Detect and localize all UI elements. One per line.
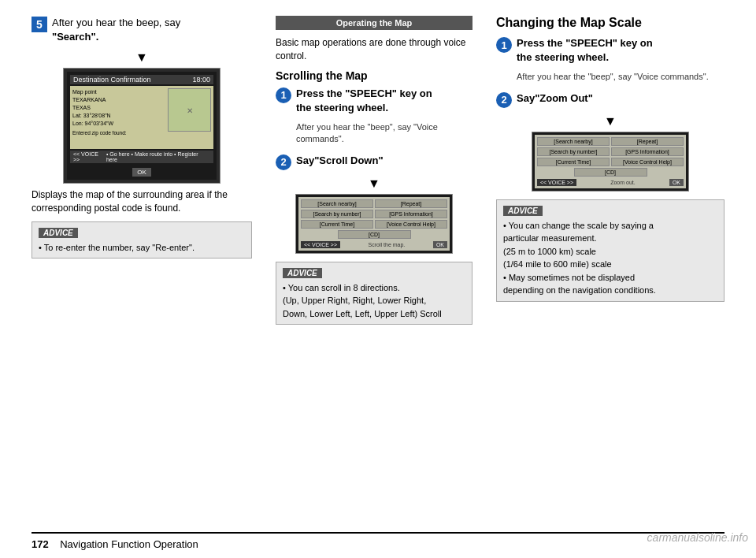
voice-label-left: << VOICE >> (73, 151, 106, 162)
screen-body-left: Map point TEXARKANA TEXAS Lat: 33°28'08"… (70, 86, 213, 149)
step5-block: 5 After you hear the beep, say "Search".… (32, 16, 252, 259)
page-footer: 172 Navigation Function Operation (32, 532, 724, 550)
middle-advice-title: ADVICE (283, 268, 322, 278)
scroll-screen-body: [Search nearby] [Repeat] [Search by numb… (298, 197, 450, 251)
scrolling-heading: Scrolling the Map (276, 69, 472, 82)
zoom-label: Zoom out. (576, 180, 669, 185)
zoom-bottom: << VOICE >> Zoom out. OK (537, 179, 684, 186)
middle-step2-header: 2 Say"Scroll Down" (276, 154, 472, 170)
page-content: 5 After you hear the beep, say "Search".… (0, 0, 756, 558)
right-step2-number: 2 (496, 92, 512, 108)
ok-button: OK (132, 168, 151, 177)
entered-text: Entered zip code found: (72, 129, 127, 136)
zoom-cell-6: [Voice Control Help] (611, 158, 684, 166)
map-area: ✕ (168, 88, 211, 132)
zoom-cell-4: [GPS Information] (611, 147, 684, 156)
lon-row: Lon: 94°03'34"W (72, 120, 127, 128)
scroll-cell-1: [Search nearby] (301, 199, 373, 208)
page-number-area: 172 Navigation Function Operation (32, 538, 198, 550)
middle-step1-after: After you hear the "beep", say "Voice co… (296, 121, 472, 146)
middle-step1-header: 1 Press the "SPEECH" key on the steering… (276, 87, 472, 115)
screen-options: • Go here • Make route into • Register h… (106, 151, 210, 162)
scroll-voice-btn: << VOICE >> (301, 241, 340, 248)
ok-area: OK (70, 165, 213, 177)
screen-header-left: Destination Confirmation 18:00 (70, 75, 213, 84)
scroll-label: Scroll the map. (369, 242, 406, 247)
right-step1-block: 1 Press the "SPEECH" key on the steering… (496, 36, 724, 84)
right-step1-after: After you hear the "beep", say "Voice co… (517, 71, 724, 83)
right-step1-header: 1 Press the "SPEECH" key on the steering… (496, 36, 724, 65)
zoom-cell-3: [Search by number] (537, 147, 610, 156)
scroll-ok-btn: OK (433, 241, 447, 248)
lat-row: Lat: 33°28'08"N (72, 112, 127, 120)
screen-header-time: 18:00 (192, 76, 210, 84)
zoom-cell-2: [Repeat] (611, 137, 684, 146)
middle-step1-block: 1 Press the "SPEECH" key on the steering… (276, 87, 472, 146)
scroll-screen: [Search nearby] [Repeat] [Search by numb… (295, 194, 453, 254)
watermark: carmanualsoline.info (647, 531, 748, 544)
scroll-bottom: << VOICE >> Scroll the map. OK (301, 241, 447, 248)
screen-bottom-bar: << VOICE >> • Go here • Make route into … (70, 151, 213, 163)
middle-column: Operating the Map Basic map operations a… (276, 16, 472, 532)
scroll-grid: [Search nearby] [Repeat] [Search by numb… (301, 199, 447, 229)
left-advice-text: • To re-enter the number, say "Re-enter"… (39, 241, 245, 255)
middle-advice-box: ADVICE • You can scroll in 8 directions.… (276, 262, 472, 326)
screen-row-left: Map point TEXARKANA TEXAS Lat: 33°28'08"… (72, 88, 211, 136)
left-advice-box: ADVICE • To re-enter the number, say "Re… (32, 221, 252, 259)
middle-intro: Basic map operations are done through vo… (276, 36, 472, 63)
city-label: TEXARKANA (72, 96, 127, 104)
left-column: 5 After you hear the beep, say "Search".… (32, 16, 252, 532)
map-point-label: Map point (72, 88, 127, 96)
middle-step1-number: 1 (276, 87, 291, 103)
main-columns: 5 After you hear the beep, say "Search".… (32, 16, 724, 532)
left-screen: Destination Confirmation 18:00 Map point… (63, 68, 220, 184)
screen-inner-left: Destination Confirmation 18:00 Map point… (67, 72, 217, 180)
right-advice-text: • You can change the scale by saying a p… (503, 219, 717, 297)
arrow-down-left: ▼ (32, 50, 252, 65)
right-step2-block: 2 Say"Zoom Out" ▼ [Search nearby] [Repea… (496, 91, 724, 192)
left-desc: Displays the map of the surrounding area… (32, 188, 252, 215)
zoom-screen-body: [Search nearby] [Repeat] [Search by numb… (535, 135, 686, 188)
scroll-cell-5: [Current Time] (301, 220, 373, 229)
zoom-grid: [Search nearby] [Repeat] [Search by numb… (537, 137, 684, 166)
middle-step2-text: Say"Scroll Down" (296, 154, 384, 168)
step5-text: After you hear the beep, say "Search". (52, 16, 180, 44)
scroll-cell-2: [Repeat] (375, 199, 447, 208)
scroll-cell-3: [Search by number] (301, 210, 373, 218)
right-step1-text: Press the "SPEECH" key on the steering w… (517, 36, 653, 65)
zoom-cell-1: [Search nearby] (537, 137, 610, 146)
right-advice-title: ADVICE (503, 206, 543, 216)
zoom-voice-btn: << VOICE >> (537, 179, 576, 186)
scroll-cell-4: [GPS Information] (375, 210, 447, 218)
arrow-down-middle: ▼ (276, 177, 472, 191)
zoom-cell-7: [CD] (574, 168, 647, 177)
middle-step1-text: Press the "SPEECH" key on the steering w… (296, 87, 432, 115)
right-section-title: Changing the Map Scale (496, 16, 724, 30)
scroll-cell-6: [Voice Control Help] (375, 220, 447, 229)
step5-number: 5 (32, 17, 47, 32)
middle-step2-block: 2 Say"Scroll Down" ▼ [Search nearby] [Re… (276, 154, 472, 254)
right-column: Changing the Map Scale 1 Press the "SPEE… (496, 16, 724, 532)
zoom-screen: [Search nearby] [Repeat] [Search by numb… (532, 132, 689, 192)
step5-header: 5 After you hear the beep, say "Search". (32, 16, 252, 44)
screen-header-title: Destination Confirmation (73, 76, 151, 84)
middle-section-title: Operating the Map (276, 16, 472, 30)
middle-advice-text: • You can scroll in 8 directions. (Up, U… (283, 281, 465, 321)
zoom-ok-btn: OK (669, 179, 684, 186)
scroll-cell-7: [CD] (338, 230, 411, 239)
zoom-cell-5: [Current Time] (537, 158, 610, 166)
state-label: TEXAS (72, 104, 127, 112)
right-advice-box: ADVICE • You can change the scale by say… (496, 199, 724, 302)
left-advice-title: ADVICE (39, 228, 78, 238)
footer-title: Navigation Function Operation (60, 538, 198, 550)
middle-step2-number: 2 (276, 154, 291, 170)
map-cross: ✕ (187, 106, 193, 114)
screen-info: Map point TEXARKANA TEXAS Lat: 33°28'08"… (72, 88, 127, 136)
arrow-down-right: ▼ (496, 114, 724, 128)
page-number: 172 (32, 538, 49, 550)
right-step2-header: 2 Say"Zoom Out" (496, 91, 724, 108)
right-step1-number: 1 (496, 37, 512, 53)
right-step2-text: Say"Zoom Out" (517, 91, 593, 106)
